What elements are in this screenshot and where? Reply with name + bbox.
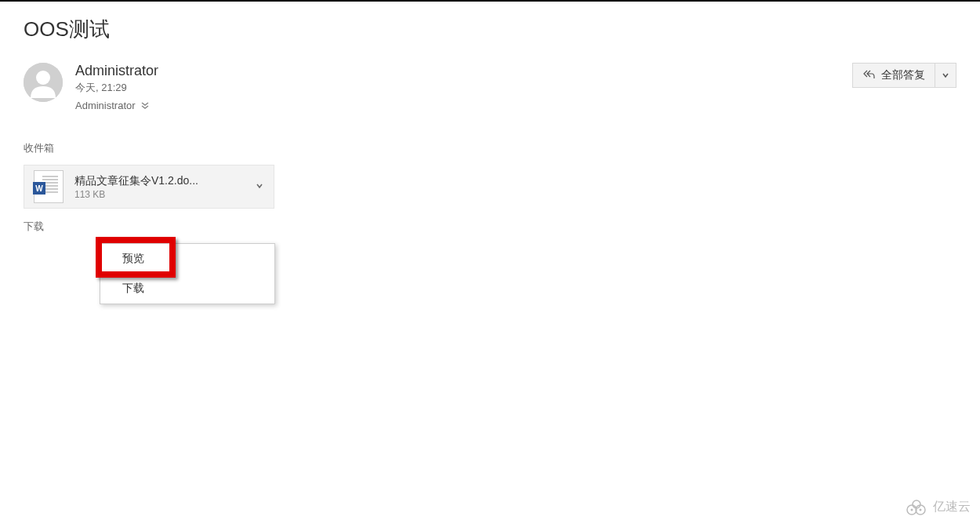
watermark: 亿速云 (906, 499, 971, 515)
svg-point-5 (911, 508, 913, 511)
reply-all-button[interactable]: 全部答复 (852, 63, 956, 88)
attachment-filename: 精品文章征集令V1.2.do... (74, 174, 244, 188)
folder-label: 收件箱 (24, 141, 956, 155)
reply-all-label: 全部答复 (881, 68, 925, 82)
menu-preview[interactable]: 预览 (100, 244, 274, 274)
attachment-menu-icon[interactable] (255, 180, 264, 194)
expand-recipients-icon[interactable] (140, 101, 150, 111)
attachment-size: 113 KB (74, 189, 244, 200)
svg-point-1 (36, 71, 50, 85)
download-all-link[interactable]: 下载 (24, 220, 956, 234)
svg-point-6 (920, 508, 922, 511)
sender-name: Administrator (75, 63, 158, 79)
email-subject: OOS测试 (24, 16, 956, 43)
timestamp: 今天, 21:29 (75, 81, 158, 95)
reply-all-icon (862, 68, 875, 83)
word-doc-icon: W (34, 170, 64, 203)
avatar (24, 63, 63, 102)
recipient-name: Administrator (75, 100, 136, 111)
attachment-context-menu: 预览 下载 (100, 243, 275, 304)
attachment-card[interactable]: W 精品文章征集令V1.2.do... 113 KB (24, 165, 274, 209)
menu-download[interactable]: 下载 (100, 274, 274, 304)
reply-dropdown-icon[interactable] (935, 64, 956, 87)
sender-block: Administrator 今天, 21:29 Administrator (24, 63, 158, 111)
